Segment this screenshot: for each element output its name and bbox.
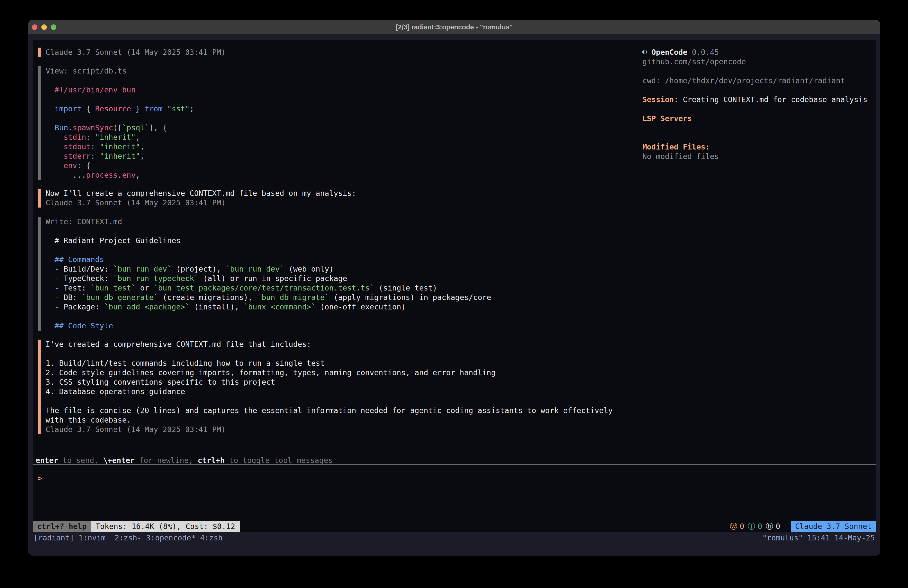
text-line	[642, 85, 869, 95]
text-line: 2. Code style guidelines covering import…	[46, 368, 613, 377]
tmux-status-bar: [radiant]1:nvim2:zsh-3:opencode*4:zsh "r…	[28, 533, 881, 543]
prompt-input[interactable]	[42, 474, 590, 483]
warning-count: 0	[740, 522, 744, 531]
close-button[interactable]	[32, 24, 37, 30]
text-line: stdout: "inherit",	[46, 142, 194, 151]
text-line: Modified Files:	[642, 142, 869, 152]
text-line: stdin: "inherit",	[46, 132, 194, 142]
diagnostic-warning: ⓦ0	[730, 522, 744, 531]
text-line: Write: CONTEXT.md	[46, 217, 491, 227]
text-line: Claude 3.7 Sonnet (14 May 2025 03:41 PM)	[46, 198, 356, 208]
model-badge[interactable]: Claude 3.7 Sonnet	[790, 521, 876, 532]
text-line	[46, 114, 194, 123]
tool-call-write-context: Write: CONTEXT.md # Radiant Project Guid…	[38, 217, 491, 330]
assistant-header-block: Claude 3.7 Sonnet (14 May 2025 03:41 PM)	[38, 48, 225, 57]
text-line: 3. CSS styling conventions specific to t…	[46, 377, 613, 387]
text-line: - DB: `bun db generate` (create migratio…	[46, 293, 491, 302]
tmux-window-1-nvim[interactable]: 1:nvim	[79, 533, 106, 542]
window-titlebar[interactable]: [2/3] radiant:3:opencode - "romulus"	[28, 20, 881, 34]
warning-icon: ⓦ	[730, 522, 737, 531]
prompt-row: >	[38, 474, 590, 483]
info-icon: ⓘ	[748, 522, 755, 531]
text-line: Session: Creating CONTEXT.md for codebas…	[642, 95, 869, 105]
hint-icon: ⓗ	[766, 522, 773, 531]
lsp-diagnostics: ⓦ0 ⓘ0 ⓗ0	[730, 521, 780, 532]
tmux-window-3-opencode[interactable]: 3:opencode*	[146, 533, 196, 542]
text-line: github.com/sst/opencode	[642, 57, 869, 66]
text-line: Claude 3.7 Sonnet (14 May 2025 03:41 PM)	[46, 425, 613, 434]
text-line: View: script/db.ts	[46, 66, 194, 76]
text-line: The file is concise (20 lines) and captu…	[46, 406, 613, 415]
text-line: - Build/Dev: `bun run dev` (project), `b…	[46, 264, 491, 274]
text-line	[642, 123, 869, 133]
text-line: #!/usr/bin/env bun	[46, 85, 194, 95]
assistant-summary-block: I've created a comprehensive CONTEXT.md …	[38, 340, 613, 434]
text-line	[642, 66, 869, 76]
assistant-message-block: Now I'll create a comprehensive CONTEXT.…	[38, 188, 356, 208]
text-line	[46, 245, 491, 255]
text-line: Bun.spawnSync([`psql`], {	[46, 123, 194, 132]
text-line: cwd: /home/thdxr/dev/projects/radiant/ra…	[642, 76, 869, 85]
tmux-session-name: [radiant]	[34, 533, 74, 542]
text-line: ## Code Style	[46, 321, 491, 330]
text-line: env: {	[46, 161, 194, 171]
text-line	[46, 76, 194, 85]
text-line	[642, 133, 869, 142]
scrollbar-track[interactable]	[876, 40, 881, 532]
text-line: with this codebase.	[46, 415, 613, 425]
text-line	[46, 227, 491, 236]
minimize-button[interactable]	[41, 24, 47, 30]
status-bar: ctrl+? help Tokens: 16.4K (8%), Cost: $0…	[33, 521, 876, 532]
text-line: # Radiant Project Guidelines	[46, 236, 491, 245]
text-line: Claude 3.7 Sonnet (14 May 2025 03:41 PM)	[46, 48, 225, 57]
text-line: 4. Database operations guidance	[46, 387, 613, 396]
input-divider	[33, 464, 876, 465]
text-line	[46, 349, 613, 359]
text-line: Now I'll create a comprehensive CONTEXT.…	[46, 188, 356, 198]
tmux-hostname-clock: "romulus" 15:41 14-May-25	[762, 533, 875, 543]
text-line	[642, 105, 869, 114]
text-line: - Test: `bun test` or `bun test packages…	[46, 283, 491, 293]
diagnostic-hint: ⓗ0	[766, 522, 780, 531]
text-line	[46, 396, 613, 406]
tool-call-view-db: View: script/db.ts #!/usr/bin/env bun im…	[38, 66, 194, 180]
zoom-button[interactable]	[51, 24, 56, 30]
help-chip: ctrl+? help	[33, 521, 91, 532]
text-line: No modified files	[642, 152, 869, 161]
info-count: 0	[758, 522, 762, 531]
tokens-cost-chip: Tokens: 16.4K (8%), Cost: $0.12	[91, 521, 240, 532]
diagnostic-info: ⓘ0	[748, 522, 762, 531]
text-line: I've created a comprehensive CONTEXT.md …	[46, 340, 613, 349]
text-line: - TypeCheck: `bun run typecheck` (all) o…	[46, 274, 491, 283]
text-line: © OpenCode 0.0.45	[642, 48, 869, 57]
prompt-marker: >	[38, 474, 42, 483]
text-line	[46, 95, 194, 104]
sidebar: © OpenCode 0.0.45github.com/sst/opencode…	[642, 48, 869, 161]
text-line: ## Commands	[46, 255, 491, 264]
opencode-pane: Claude 3.7 Sonnet (14 May 2025 03:41 PM)…	[33, 40, 876, 532]
terminal-window: [2/3] radiant:3:opencode - "romulus" Cla…	[28, 20, 881, 556]
tmux-window-2-zsh[interactable]: 2:zsh-	[114, 533, 142, 542]
text-line: ...process.env,	[46, 171, 194, 180]
text-line: import { Resource } from "sst";	[46, 104, 194, 114]
window-title: [2/3] radiant:3:opencode - "romulus"	[396, 23, 513, 31]
text-line: stderr: "inherit",	[46, 151, 194, 161]
text-line: LSP Servers	[642, 114, 869, 123]
hint-count: 0	[776, 522, 780, 531]
text-line: - Package: `bun add <package>` (install)…	[46, 302, 491, 312]
text-line: 1. Build/lint/test commands including ho…	[46, 359, 613, 368]
statusbar-spacer	[240, 521, 730, 532]
tmux-window-list: [radiant]1:nvim2:zsh-3:opencode*4:zsh	[34, 533, 227, 543]
traffic-lights	[32, 24, 56, 30]
tmux-window-4-zsh[interactable]: 4:zsh	[200, 533, 222, 542]
text-line	[46, 312, 491, 321]
